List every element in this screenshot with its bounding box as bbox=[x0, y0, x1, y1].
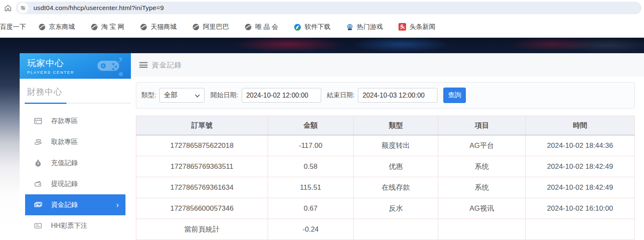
cell-item: 系统 bbox=[438, 177, 526, 198]
sidebar-item-label: 提現記錄 bbox=[51, 180, 78, 188]
type-label: 類型: bbox=[141, 91, 156, 100]
cell-empty bbox=[438, 219, 526, 240]
cell-time: 2024-10-02 18:42:49 bbox=[525, 156, 634, 177]
moneybag-icon: ¥ bbox=[33, 158, 43, 168]
home-button[interactable] bbox=[0, 1, 16, 15]
bookmark-label: 热门游戏 bbox=[357, 23, 383, 31]
table-header-row: 訂單號 金額 類型 項目 時間 bbox=[136, 116, 635, 135]
hamburger-icon[interactable] bbox=[139, 62, 148, 68]
cell-time: 2024-10-02 18:44:36 bbox=[525, 135, 634, 156]
sidebar-item-recharge-record[interactable]: ¥ 充值記錄 bbox=[20, 152, 131, 173]
chevron-down-icon bbox=[195, 92, 200, 99]
bookmark-games[interactable]: 热门游戏 bbox=[346, 23, 383, 31]
cell-amount: 115.51 bbox=[268, 177, 353, 198]
browser-toolbar: usdt04.com/hhcp/usercenter.html?iniType=… bbox=[0, 0, 644, 16]
bookmark-alibaba[interactable]: 阿里巴巴 bbox=[192, 23, 229, 31]
table-summary-row: 當前頁統計 -0.24 bbox=[136, 219, 635, 240]
game-mascot-icon bbox=[346, 23, 353, 31]
cell-summary-label: 當前頁統計 bbox=[136, 219, 268, 240]
bookmark-vip[interactable]: 唯 品 会 bbox=[245, 23, 278, 31]
cell-amount: 0.67 bbox=[268, 198, 353, 219]
funds-table: 訂單號 金額 類型 項目 時間 1727865875622018 -117.00… bbox=[136, 116, 635, 240]
sidebar-item-label: 充值記錄 bbox=[51, 159, 78, 168]
col-header-order-no: 訂單號 bbox=[136, 116, 268, 135]
end-date-input[interactable] bbox=[358, 88, 437, 103]
start-date-label: 開始日期: bbox=[210, 91, 238, 100]
table-row: 1727865769363511 0.58 优惠 系统 2024-10-02 1… bbox=[136, 156, 635, 177]
site-info-button[interactable] bbox=[18, 3, 28, 13]
section-underline bbox=[25, 103, 66, 104]
bookmark-label: 阿里巴巴 bbox=[203, 23, 229, 31]
funds-table-wrap: 訂單號 金額 類型 項目 時間 1727865875622018 -117.00… bbox=[136, 116, 635, 240]
sidebar-item-funds-record[interactable]: 資金記錄 › bbox=[25, 194, 125, 215]
sidebar-header: 玩家中心 PLAYERS CENTER bbox=[20, 53, 131, 79]
type-select[interactable]: 全部 bbox=[159, 88, 204, 103]
banknotes-icon bbox=[33, 200, 43, 209]
home-icon bbox=[4, 4, 12, 12]
cell-type: 反水 bbox=[353, 198, 438, 219]
globe-icon bbox=[140, 23, 147, 31]
bookmark-label: 天猫商城 bbox=[151, 23, 176, 31]
type-select-value: 全部 bbox=[164, 91, 177, 100]
col-header-time: 時間 bbox=[525, 116, 634, 135]
sidebar-item-deposit[interactable]: 存款專區 bbox=[20, 111, 131, 132]
table-row: 1727856600057346 0.67 反水 AG视讯 2024-10-02… bbox=[136, 198, 635, 219]
cell-empty bbox=[525, 219, 634, 240]
cell-amount: 0.58 bbox=[268, 156, 353, 177]
bookmark-label: 软件下载 bbox=[304, 23, 330, 31]
end-date-label: 結束日期: bbox=[327, 91, 355, 100]
page-title: 資金記錄 bbox=[152, 60, 182, 70]
cell-type: 在线存款 bbox=[353, 177, 438, 198]
search-button[interactable]: 查詢 bbox=[443, 88, 466, 103]
cell-order-no: 1727865875622018 bbox=[136, 135, 268, 156]
bookmark-label: 淘 宝 网 bbox=[101, 23, 124, 31]
finance-section-title: 財務中心 bbox=[27, 86, 131, 98]
sidebar-item-label: 存款專區 bbox=[51, 117, 78, 126]
bookmark-label: 百度一下 bbox=[0, 23, 26, 31]
start-date-input[interactable] bbox=[242, 88, 321, 103]
withdraw-hand-icon bbox=[33, 137, 43, 147]
globe-icon bbox=[192, 23, 199, 31]
bookmark-toutiao[interactable]: 头 头条新闻 bbox=[399, 23, 435, 31]
cell-type: 额度转出 bbox=[353, 135, 438, 156]
ticket-icon bbox=[33, 221, 43, 230]
bookmark-tmall[interactable]: 天猫商城 bbox=[140, 23, 176, 31]
main-content: 資金記錄 類型: 全部 開始日期: 結束日期: 查詢 訂單號 bbox=[131, 53, 644, 240]
bookmark-label: 京东商城 bbox=[49, 23, 75, 31]
cell-item: AG视讯 bbox=[438, 198, 526, 219]
bookmark-taobao[interactable]: 淘 宝 网 bbox=[91, 23, 124, 31]
sidebar-item-label: 資金記錄 bbox=[51, 201, 78, 209]
col-header-item: 項目 bbox=[438, 116, 526, 135]
globe-icon bbox=[38, 23, 46, 31]
sidebar-item-lottery-bets[interactable]: HH彩票下注 bbox=[20, 215, 131, 236]
sidebar-item-label: 取款專區 bbox=[51, 138, 78, 147]
tune-icon bbox=[20, 5, 26, 11]
deposit-card-icon bbox=[33, 116, 43, 126]
filter-bar: 類型: 全部 開始日期: 結束日期: 查詢 bbox=[136, 82, 635, 108]
cell-order-no: 1727856600057346 bbox=[136, 198, 268, 219]
col-header-type: 類型 bbox=[353, 116, 438, 135]
toutiao-icon: 头 bbox=[399, 23, 406, 31]
table-row: 1727865769361634 115.51 在线存款 系统 2024-10-… bbox=[136, 177, 635, 198]
url-text[interactable]: usdt04.com/hhcp/usercenter.html?iniType=… bbox=[33, 4, 164, 12]
bookmark-software[interactable]: 软件下载 bbox=[294, 23, 330, 31]
cell-type: 优惠 bbox=[353, 156, 438, 177]
cell-item: AG平台 bbox=[438, 135, 526, 156]
sidebar-item-label: HH彩票下注 bbox=[51, 222, 87, 230]
section-divider bbox=[27, 103, 131, 104]
bookmark-baidu[interactable]: 百度一下 bbox=[0, 23, 26, 31]
sidebar: 玩家中心 PLAYERS CENTER 財務中心 存款專區 bbox=[20, 53, 131, 240]
col-header-amount: 金額 bbox=[268, 116, 353, 135]
finance-section: 財務中心 bbox=[20, 79, 131, 104]
bookmark-jd[interactable]: 京东商城 bbox=[38, 23, 75, 31]
software-download-icon bbox=[294, 23, 301, 31]
bookmark-label: 头条新闻 bbox=[409, 23, 435, 31]
globe-icon bbox=[91, 23, 98, 31]
sidebar-item-withdraw-record[interactable]: 提現記錄 bbox=[20, 173, 131, 194]
cell-order-no: 1727865769361634 bbox=[136, 177, 268, 198]
sidebar-item-withdraw[interactable]: 取款專區 bbox=[20, 132, 131, 152]
wallet-icon bbox=[33, 179, 43, 188]
address-bar[interactable]: usdt04.com/hhcp/usercenter.html?iniType=… bbox=[16, 2, 641, 14]
bookmarks-bar: 百度一下 京东商城 淘 宝 网 天猫商城 阿里巴巴 唯 品 会 软件下载 bbox=[0, 16, 644, 38]
user-center-panel: 玩家中心 PLAYERS CENTER 財務中心 存款專區 bbox=[20, 53, 644, 240]
